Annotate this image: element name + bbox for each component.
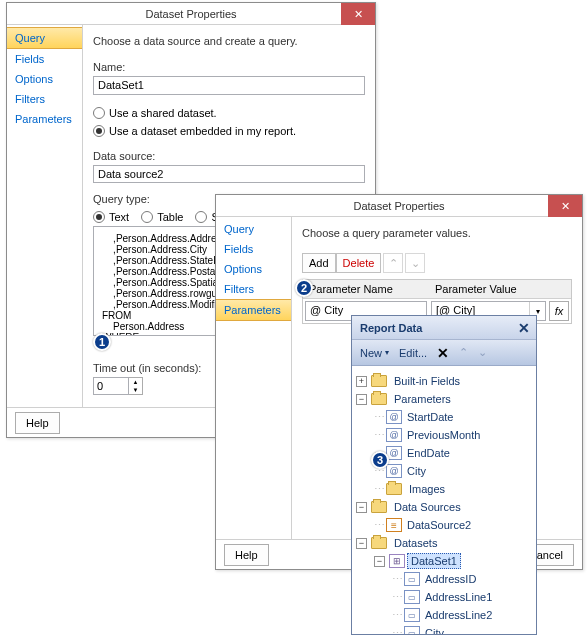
querytype-table-radio[interactable]: Table: [141, 211, 183, 223]
folder-icon: [371, 537, 387, 549]
shared-dataset-radio[interactable]: Use a shared dataset.: [93, 107, 365, 119]
nav-query[interactable]: Query: [7, 27, 82, 49]
move-down-icon[interactable]: ⌄: [478, 346, 487, 359]
parameter-icon: [386, 464, 402, 478]
spinner-down[interactable]: ▼: [129, 386, 142, 394]
tree-item-images[interactable]: ⋯Images: [356, 480, 532, 498]
close-icon: ✕: [561, 200, 570, 213]
collapse-icon[interactable]: −: [356, 538, 367, 549]
collapse-icon[interactable]: −: [356, 394, 367, 405]
radio-label: Table: [157, 211, 183, 223]
querytype-text-radio[interactable]: Text: [93, 211, 129, 223]
folder-icon: [371, 375, 387, 387]
new-button[interactable]: New▾: [360, 347, 389, 359]
report-data-panel: Report Data ✕ New▾ Edit... ✕ ⌃ ⌄ +Built-…: [351, 315, 537, 635]
titlebar: Dataset Properties ✕: [216, 195, 582, 217]
nav-options[interactable]: Options: [216, 259, 291, 279]
spinner-up[interactable]: ▲: [129, 378, 142, 386]
datasource-combo[interactable]: Data source2: [93, 165, 365, 184]
field-icon: [404, 626, 420, 634]
delete-button[interactable]: Delete: [336, 253, 382, 273]
nav-filters[interactable]: Filters: [7, 89, 82, 109]
tree-item-builtin[interactable]: +Built-in Fields: [356, 372, 532, 390]
move-down-button[interactable]: ⌄: [405, 253, 425, 273]
callout-3: 3: [371, 451, 389, 469]
chevron-down-icon: ▾: [385, 348, 389, 357]
col-parameter-name: Parameter Name: [303, 280, 429, 298]
tree-item[interactable]: ⋯AddressLine2: [356, 606, 532, 624]
radio-icon: [141, 211, 153, 223]
dialog-title: Dataset Properties: [145, 8, 236, 20]
side-nav: Query Fields Options Filters Parameters: [216, 217, 292, 569]
expand-icon[interactable]: +: [356, 376, 367, 387]
side-nav: Query Fields Options Filters Parameters: [7, 25, 83, 437]
callout-1: 1: [93, 333, 111, 351]
tree-item[interactable]: ⋯StartDate: [356, 408, 532, 426]
report-tree: +Built-in Fields −Parameters ⋯StartDate …: [352, 366, 536, 634]
tree-item[interactable]: ⋯AddressLine1: [356, 588, 532, 606]
description: Choose a query parameter values.: [302, 227, 572, 239]
help-button[interactable]: Help: [15, 412, 60, 434]
field-icon: [404, 608, 420, 622]
folder-icon: [371, 393, 387, 405]
tree-item-parameters[interactable]: −Parameters: [356, 390, 532, 408]
nav-query[interactable]: Query: [216, 219, 291, 239]
edit-button[interactable]: Edit...: [399, 347, 427, 359]
close-button[interactable]: ✕: [548, 195, 582, 217]
tree-item-datasources[interactable]: −Data Sources: [356, 498, 532, 516]
radio-label: Text: [109, 211, 129, 223]
timeout-input[interactable]: [93, 377, 129, 395]
collapse-icon[interactable]: −: [356, 502, 367, 513]
radio-icon: [195, 211, 207, 223]
nav-fields[interactable]: Fields: [216, 239, 291, 259]
collapse-icon[interactable]: −: [374, 556, 385, 567]
radio-label: Use a shared dataset.: [109, 107, 217, 119]
radio-icon: [93, 107, 105, 119]
tree-item-dataset1[interactable]: −DataSet1: [356, 552, 532, 570]
close-icon: ✕: [354, 8, 363, 21]
tree-item[interactable]: ⋯City: [356, 624, 532, 634]
expression-button[interactable]: fx: [549, 301, 569, 321]
add-button[interactable]: Add: [302, 253, 336, 273]
close-button[interactable]: ✕: [518, 320, 530, 336]
datasource-label: Data source:: [93, 150, 365, 162]
name-label: Name:: [93, 61, 365, 73]
field-icon: [404, 590, 420, 604]
tree-item[interactable]: ⋯DataSource2: [356, 516, 532, 534]
datasource-icon: [386, 518, 402, 532]
name-input[interactable]: [93, 76, 365, 95]
datasource-value: Data source2: [94, 166, 364, 183]
dialog-title: Dataset Properties: [353, 200, 444, 212]
embedded-dataset-radio[interactable]: Use a dataset embedded in my report.: [93, 125, 365, 137]
nav-fields[interactable]: Fields: [7, 49, 82, 69]
parameter-icon: [386, 410, 402, 424]
tree-item[interactable]: ⋯PreviousMonth: [356, 426, 532, 444]
callout-2: 2: [295, 279, 313, 297]
report-toolbar: New▾ Edit... ✕ ⌃ ⌄: [352, 340, 536, 366]
dataset-icon: [389, 554, 405, 568]
nav-filters[interactable]: Filters: [216, 279, 291, 299]
radio-label: Use a dataset embedded in my report.: [109, 125, 296, 137]
nav-parameters[interactable]: Parameters: [7, 109, 82, 129]
field-icon: [404, 572, 420, 586]
close-button[interactable]: ✕: [341, 3, 375, 25]
panel-title-text: Report Data: [360, 322, 422, 334]
nav-parameters[interactable]: Parameters: [216, 299, 291, 321]
tree-item[interactable]: ⋯AddressID: [356, 570, 532, 588]
move-up-icon[interactable]: ⌃: [459, 346, 468, 359]
tree-item-datasets[interactable]: −Datasets: [356, 534, 532, 552]
folder-icon: [371, 501, 387, 513]
col-parameter-value: Parameter Value: [429, 280, 571, 298]
folder-icon: [386, 483, 402, 495]
titlebar: Dataset Properties ✕: [7, 3, 375, 25]
nav-options[interactable]: Options: [7, 69, 82, 89]
delete-icon[interactable]: ✕: [437, 345, 449, 361]
move-up-button[interactable]: ⌃: [383, 253, 403, 273]
help-button[interactable]: Help: [224, 544, 269, 566]
description: Choose a data source and create a query.: [93, 35, 365, 47]
report-data-title: Report Data ✕: [352, 316, 536, 340]
radio-icon: [93, 125, 105, 137]
radio-icon: [93, 211, 105, 223]
parameter-icon: [386, 428, 402, 442]
